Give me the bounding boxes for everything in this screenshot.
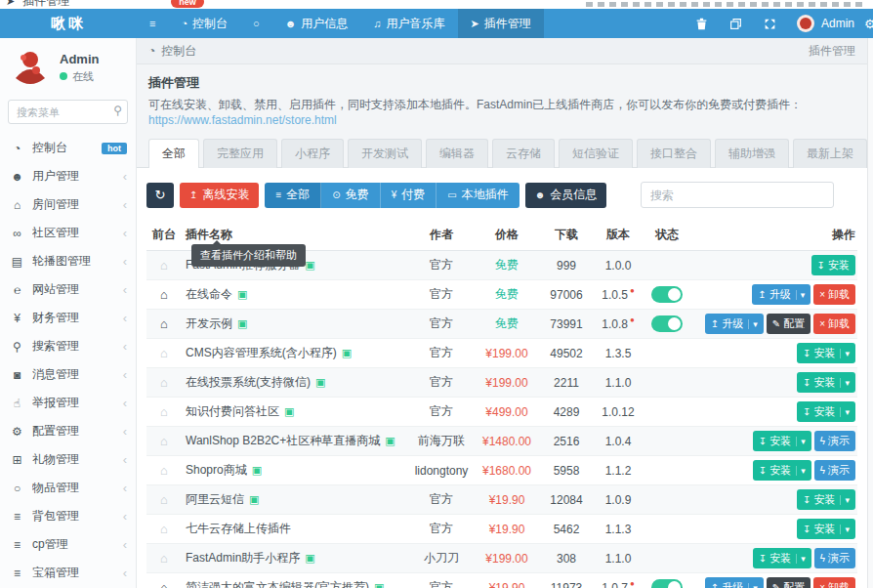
sidebar-item-rooms[interactable]: ⌂房间管理‹ — [0, 190, 136, 219]
install-button[interactable]: ↧安装▾ — [753, 548, 811, 568]
tab-editor[interactable]: 编辑器 — [426, 139, 488, 168]
plugin-name[interactable]: Shopro商城 — [186, 463, 247, 477]
screenshot-icon[interactable]: ▣ — [237, 317, 247, 329]
screenshot-icon[interactable]: ▣ — [284, 405, 294, 417]
caret-down-icon[interactable]: ▾ — [840, 349, 850, 358]
plugin-name[interactable]: CMS内容管理系统(含小程序) — [186, 346, 337, 359]
upgrade-button[interactable]: ↥升级▾ — [705, 577, 764, 588]
nav-item-console[interactable]: ◔控制台 — [168, 9, 240, 38]
tab-all[interactable]: 全部 — [148, 139, 199, 168]
uninstall-button[interactable]: ×卸载 — [813, 314, 855, 334]
filter-local-button[interactable]: ▭本地插件 — [436, 183, 519, 208]
status-toggle[interactable] — [651, 286, 683, 303]
caret-down-icon[interactable]: ▾ — [840, 495, 850, 505]
config-button[interactable]: ✎配置 — [767, 577, 811, 588]
sidebar-item-gifts[interactable]: ⊞礼物管理‹ — [0, 445, 136, 474]
sidebar-item-community[interactable]: ∞社区管理‹ — [0, 219, 136, 247]
status-toggle[interactable] — [651, 315, 683, 332]
caret-down-icon[interactable]: ▾ — [840, 525, 850, 534]
filter-paid-button[interactable]: ¥付费 — [381, 183, 437, 208]
screenshot-icon[interactable]: ▣ — [249, 493, 259, 505]
sidebar-item-console[interactable]: ◔控制台hot — [0, 134, 136, 162]
demo-button[interactable]: ϟ演示 — [814, 431, 855, 451]
fullscreen-icon[interactable] — [753, 9, 787, 38]
demo-button[interactable]: ϟ演示 — [814, 548, 855, 568]
plugin-name[interactable]: 七牛云存储上传插件 — [186, 522, 291, 535]
plugin-name[interactable]: 知识付费问答社区 — [186, 404, 279, 418]
plugin-name[interactable]: 在线投票系统(支持微信) — [186, 375, 311, 389]
scrollbar-strip[interactable] — [867, 38, 873, 588]
caret-down-icon[interactable]: ▾ — [796, 290, 806, 300]
caret-down-icon[interactable]: ▾ — [796, 554, 806, 564]
install-button[interactable]: ↧安装▾ — [753, 460, 811, 481]
sidebar-item-messages[interactable]: ◙消息管理‹ — [0, 360, 136, 389]
sidebar-item-carousel[interactable]: ▤轮播图管理‹ — [0, 247, 136, 275]
tab-cloud-storage[interactable]: 云存储 — [492, 139, 555, 168]
offline-install-button[interactable]: ↥ 离线安装 — [180, 183, 259, 208]
clipboard-icon[interactable] — [719, 9, 753, 38]
install-button[interactable]: ↧安装▾ — [797, 372, 855, 393]
screenshot-icon[interactable]: ▣ — [237, 288, 247, 300]
screenshot-icon[interactable]: ▣ — [305, 552, 314, 564]
sidebar-item-search[interactable]: ⚲搜索管理‹ — [0, 332, 136, 360]
sidebar-item-treasure[interactable]: ≡宝箱管理‹ — [0, 559, 136, 587]
screenshot-icon[interactable]: ▣ — [342, 347, 352, 358]
sidebar-item-items[interactable]: ○物品管理‹ — [0, 474, 136, 502]
plugin-search-input[interactable] — [641, 182, 834, 208]
install-button[interactable]: ↧安装▾ — [797, 519, 855, 539]
filter-free-button[interactable]: ⊙免费 — [321, 183, 380, 208]
sidebar-item-finance[interactable]: ¥财务管理‹ — [0, 304, 136, 332]
nav-item-menu[interactable]: ≡ — [137, 9, 168, 38]
sidebar-item-users[interactable]: ☻用户管理‹ — [0, 162, 136, 190]
sidebar-item-website[interactable]: ℮网站管理‹ — [0, 275, 136, 304]
uninstall-button[interactable]: ×卸载 — [813, 284, 855, 305]
uninstall-button[interactable]: ×卸载 — [813, 577, 855, 588]
member-info-button[interactable]: ☻ 会员信息 — [525, 183, 607, 208]
refresh-button[interactable]: ↻ — [146, 183, 174, 208]
plugin-name[interactable]: 简洁强大的富文本编辑器(官方推荐) — [186, 580, 369, 588]
plugin-name[interactable]: 开发示例 — [186, 316, 232, 330]
install-button[interactable]: ↧安装▾ — [797, 489, 855, 510]
store-link[interactable]: https://www.fastadmin.net/store.html — [148, 113, 337, 127]
nav-item-plugin-manage[interactable]: ➤插件管理 — [458, 9, 544, 38]
tab-newest[interactable]: 最新上架 — [793, 139, 867, 168]
tab-dev-test[interactable]: 开发测试 — [348, 139, 422, 168]
screenshot-icon[interactable]: ▣ — [315, 376, 325, 388]
sidebar-item-backpack[interactable]: ≡背包管理‹ — [0, 502, 136, 530]
caret-down-icon[interactable]: ▾ — [840, 407, 850, 417]
menu-search-input[interactable] — [8, 100, 128, 124]
plugin-name[interactable]: FastAdmin助手小程序 — [186, 551, 300, 565]
screenshot-icon[interactable]: ▣ — [385, 435, 395, 446]
plugin-name[interactable]: 在线命令 — [186, 287, 232, 301]
screenshot-icon[interactable]: ▣ — [374, 581, 384, 588]
upgrade-button[interactable]: ↥升级▾ — [752, 284, 811, 305]
plugin-name[interactable]: WanlShop B2B2C+社区种草直播商城 — [186, 434, 380, 447]
nav-item-user-info[interactable]: ☻用户信息 — [272, 9, 361, 38]
filter-all-button[interactable]: ≡全部 — [265, 183, 321, 208]
caret-down-icon[interactable]: ▾ — [796, 437, 806, 446]
breadcrumb-left[interactable]: ◔ 控制台 — [148, 43, 196, 60]
install-button[interactable]: ↧安装▾ — [753, 431, 811, 451]
install-button[interactable]: ↧安装 — [811, 255, 855, 275]
demo-button[interactable]: ϟ演示 — [814, 460, 855, 481]
status-toggle[interactable] — [651, 579, 683, 588]
nav-item-user-music[interactable]: ♫用户音乐库 — [360, 9, 457, 38]
tab-sms-verify[interactable]: 短信验证 — [559, 139, 633, 168]
sidebar-item-reports[interactable]: ☝举报管理‹ — [0, 389, 136, 417]
tab-complete-app[interactable]: 完整应用 — [203, 139, 277, 168]
tab-enhance[interactable]: 辅助增强 — [715, 139, 789, 168]
screenshot-icon[interactable]: ▣ — [252, 464, 262, 476]
sidebar-item-cp[interactable]: ≡cp管理‹ — [0, 530, 136, 559]
config-button[interactable]: ✎配置 — [767, 314, 811, 334]
tab-mini-program[interactable]: 小程序 — [281, 139, 344, 168]
upgrade-button[interactable]: ↥升级▾ — [705, 314, 764, 334]
caret-down-icon[interactable]: ▾ — [748, 319, 758, 329]
caret-down-icon[interactable]: ▾ — [796, 466, 806, 476]
caret-down-icon[interactable]: ▾ — [748, 583, 758, 588]
gear-icon[interactable]: ⚙ — [864, 9, 873, 38]
install-button[interactable]: ↧安装▾ — [797, 401, 855, 422]
tab-api-integration[interactable]: 接口整合 — [637, 139, 711, 168]
install-button[interactable]: ↧安装▾ — [797, 343, 855, 363]
admin-menu[interactable]: Admin — [787, 15, 864, 32]
sidebar-item-config[interactable]: ⚙配置管理‹ — [0, 417, 136, 445]
